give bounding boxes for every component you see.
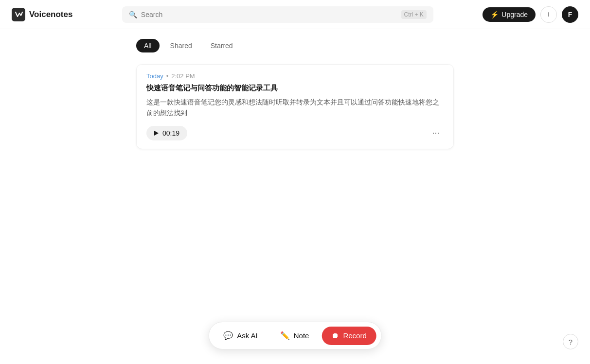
search-input[interactable] xyxy=(141,11,397,18)
tab-starred[interactable]: Starred xyxy=(203,39,241,52)
ask-ai-button[interactable]: 💬 Ask AI xyxy=(214,326,268,345)
lightning-icon: ⚡ xyxy=(490,11,499,18)
notifications-button[interactable]: i xyxy=(540,6,557,23)
note-date: Today xyxy=(146,72,163,80)
header-right: ⚡ Upgrade i F xyxy=(483,6,578,23)
logo-area: Voicenotes xyxy=(12,8,72,21)
note-card: Today • 2:02 PM 快速语音笔记与问答功能的智能记录工具 这是一款快… xyxy=(136,64,454,149)
ask-ai-icon: 💬 xyxy=(223,331,233,340)
upgrade-label: Upgrade xyxy=(501,11,528,18)
help-icon: ? xyxy=(569,338,572,346)
play-button[interactable]: 00:19 xyxy=(146,126,187,140)
main-content: All Shared Starred Today • 2:02 PM 快速语音笔… xyxy=(0,29,590,159)
note-footer: 00:19 ··· xyxy=(146,125,444,141)
app-name: Voicenotes xyxy=(29,10,72,19)
logo-icon xyxy=(12,8,25,21)
tab-shared[interactable]: Shared xyxy=(162,39,200,52)
avatar[interactable]: F xyxy=(562,6,578,23)
note-time: 2:02 PM xyxy=(171,72,195,80)
search-shortcut: Ctrl + K xyxy=(401,10,427,19)
upgrade-button[interactable]: ⚡ Upgrade xyxy=(483,7,536,22)
note-icon: ✏️ xyxy=(280,331,290,340)
record-icon: ⏺ xyxy=(331,331,339,340)
note-duration: 00:19 xyxy=(162,129,179,137)
search-bar[interactable]: 🔍 Ctrl + K xyxy=(122,6,433,23)
note-title: 快速语音笔记与问答功能的智能记录工具 xyxy=(146,84,444,93)
note-label: Note xyxy=(294,331,309,340)
ask-ai-label: Ask AI xyxy=(237,331,258,340)
record-label: Record xyxy=(343,331,366,340)
bottom-toolbar: 💬 Ask AI ✏️ Note ⏺ Record xyxy=(208,322,382,349)
avatar-label: F xyxy=(568,11,572,18)
tabs-bar: All Shared Starred xyxy=(136,39,454,52)
note-button[interactable]: ✏️ Note xyxy=(270,326,319,345)
ellipsis-icon: ··· xyxy=(432,128,439,138)
note-dot: • xyxy=(166,72,169,80)
notif-icon: i xyxy=(548,11,550,18)
search-icon: 🔍 xyxy=(129,11,137,18)
help-button[interactable]: ? xyxy=(563,334,578,349)
tab-all[interactable]: All xyxy=(136,39,160,52)
header: Voicenotes 🔍 Ctrl + K ⚡ Upgrade i F xyxy=(0,0,590,29)
more-options-button[interactable]: ··· xyxy=(428,125,444,141)
note-meta: Today • 2:02 PM xyxy=(146,72,444,80)
note-body: 这是一款快速语音笔记您的灵感和想法随时听取并转录为文本并且可以通过问答功能快速地… xyxy=(146,97,444,119)
play-icon xyxy=(154,131,159,136)
record-button[interactable]: ⏺ Record xyxy=(322,327,376,345)
